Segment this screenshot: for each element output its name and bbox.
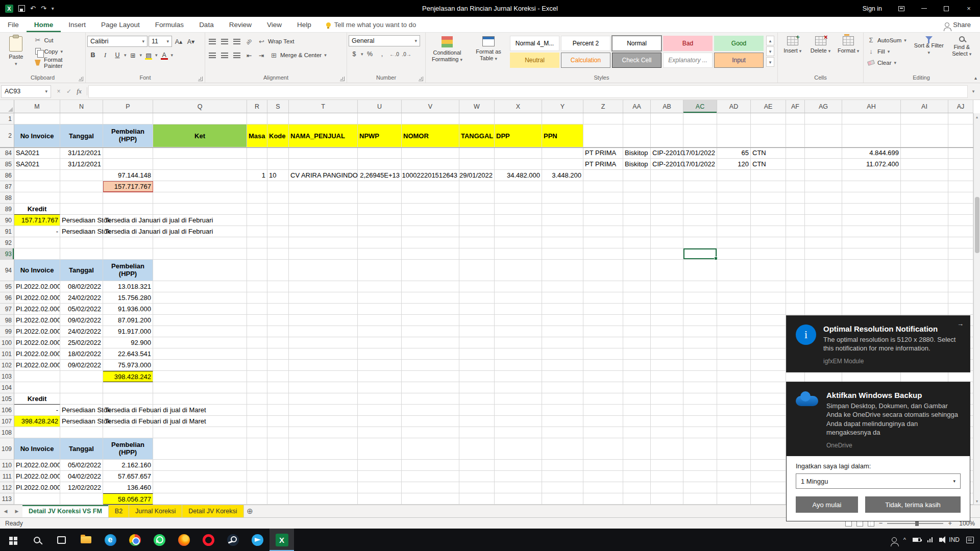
sign-in-button[interactable]: Sign in bbox=[854, 5, 890, 12]
taskbar-opera-button[interactable] bbox=[196, 529, 220, 551]
cell-V98[interactable] bbox=[402, 315, 459, 326]
cell-R111[interactable] bbox=[247, 471, 267, 482]
cell-Z86[interactable] bbox=[583, 170, 623, 181]
cell-Y104[interactable] bbox=[542, 382, 583, 393]
cell-N109[interactable]: Tanggal bbox=[60, 438, 103, 460]
cell-AH90[interactable] bbox=[842, 215, 901, 226]
cell-AA100[interactable] bbox=[623, 337, 651, 348]
cell-V113[interactable] bbox=[402, 493, 459, 505]
cell-T99[interactable] bbox=[289, 326, 358, 337]
ribbon-tab-view[interactable]: View bbox=[259, 17, 289, 32]
cell-AC91[interactable] bbox=[683, 226, 717, 237]
people-icon[interactable] bbox=[892, 537, 897, 542]
cell-AD98[interactable] bbox=[717, 315, 751, 326]
cell-AF97[interactable] bbox=[786, 304, 805, 315]
font-family-combo[interactable]: Calibri▾ bbox=[87, 36, 148, 47]
cell-AA90[interactable] bbox=[623, 215, 651, 226]
cell-M86[interactable] bbox=[14, 170, 60, 181]
cell-N102[interactable]: 09/02/2022 bbox=[60, 360, 103, 371]
cell-AI96[interactable] bbox=[901, 292, 948, 304]
cell-T105[interactable] bbox=[289, 393, 358, 405]
cell-AJ90[interactable] bbox=[948, 215, 973, 226]
cell-M107[interactable]: 398.428.242 bbox=[14, 416, 60, 427]
cell-W106[interactable] bbox=[459, 405, 495, 416]
cell-AI2[interactable] bbox=[901, 124, 948, 147]
cell-AG92[interactable] bbox=[805, 237, 842, 248]
cell-AB98[interactable] bbox=[651, 315, 683, 326]
cell-X98[interactable] bbox=[495, 315, 542, 326]
cell-S96[interactable] bbox=[267, 292, 289, 304]
cell-Z107[interactable] bbox=[583, 416, 623, 427]
cell-T87[interactable] bbox=[289, 181, 358, 192]
column-header-AJ[interactable]: AJ bbox=[948, 100, 973, 113]
cell-AB85[interactable]: CIP-22010 bbox=[651, 159, 683, 170]
row-header-87[interactable]: 87 bbox=[0, 181, 14, 192]
cell-T106[interactable] bbox=[289, 405, 358, 416]
cell-V108[interactable] bbox=[402, 427, 459, 438]
show-hidden-icons-chevron[interactable]: ^ bbox=[903, 537, 906, 543]
cell-P86[interactable]: 97.144.148 bbox=[103, 170, 153, 181]
cell-X102[interactable] bbox=[495, 360, 542, 371]
cell-AC96[interactable] bbox=[683, 292, 717, 304]
select-all-button[interactable] bbox=[0, 100, 14, 113]
number-format-combo[interactable]: General▾ bbox=[349, 35, 420, 46]
column-header-Z[interactable]: Z bbox=[583, 100, 623, 113]
cell-W104[interactable] bbox=[459, 382, 495, 393]
ribbon-tab-home[interactable]: Home bbox=[27, 17, 61, 32]
action-center-icon[interactable] bbox=[966, 537, 974, 543]
cell-Z99[interactable] bbox=[583, 326, 623, 337]
cell-U84[interactable] bbox=[358, 147, 402, 159]
cell-AE102[interactable] bbox=[751, 360, 786, 371]
taskbar-steam-button[interactable] bbox=[220, 529, 245, 551]
cell-AA109[interactable] bbox=[623, 438, 651, 460]
cell-AD90[interactable] bbox=[717, 215, 751, 226]
enter-button[interactable]: ✓ bbox=[64, 88, 74, 95]
cell-P102[interactable]: 75.973.000 bbox=[103, 360, 153, 371]
number-dialog-launcher[interactable] bbox=[419, 77, 423, 81]
row-header-95[interactable]: 95 bbox=[0, 281, 14, 292]
taskbar-task-view-button[interactable] bbox=[49, 529, 74, 551]
cell-AD101[interactable] bbox=[717, 348, 751, 360]
notification-onedrive-backup[interactable]: Aktifkan Windows Backup Simpan Desktop, … bbox=[786, 382, 970, 521]
cell-AB87[interactable] bbox=[651, 181, 683, 192]
cell-X2[interactable]: DPP bbox=[495, 124, 542, 147]
formula-input[interactable] bbox=[88, 85, 968, 98]
cell-AB96[interactable] bbox=[651, 292, 683, 304]
cell-AG90[interactable] bbox=[805, 215, 842, 226]
cell-AC100[interactable] bbox=[683, 337, 717, 348]
cell-M1[interactable] bbox=[14, 113, 60, 124]
cell-R93[interactable] bbox=[247, 248, 267, 260]
cell-P1[interactable] bbox=[103, 113, 153, 124]
cell-R2[interactable]: Masa bbox=[247, 124, 267, 147]
cancel-button[interactable]: × bbox=[54, 88, 63, 95]
cell-S91[interactable] bbox=[267, 226, 289, 237]
cell-AE101[interactable] bbox=[751, 348, 786, 360]
cell-AJ94[interactable] bbox=[948, 260, 973, 281]
cell-AD109[interactable] bbox=[717, 438, 751, 460]
cell-AA97[interactable] bbox=[623, 304, 651, 315]
cell-T107[interactable] bbox=[289, 416, 358, 427]
cell-AA96[interactable] bbox=[623, 292, 651, 304]
cell-M93[interactable] bbox=[14, 248, 60, 260]
cell-style-input[interactable]: Input bbox=[714, 53, 764, 68]
cell-Y84[interactable] bbox=[542, 147, 583, 159]
cell-T91[interactable] bbox=[289, 226, 358, 237]
name-box[interactable]: AC93▾ bbox=[1, 85, 51, 98]
cell-Y96[interactable] bbox=[542, 292, 583, 304]
gallery-down-arrow[interactable]: ▾ bbox=[766, 46, 774, 56]
row-header-98[interactable]: 98 bbox=[0, 315, 14, 326]
cell-T104[interactable] bbox=[289, 382, 358, 393]
cell-AB111[interactable] bbox=[651, 471, 683, 482]
column-header-W[interactable]: W bbox=[459, 100, 495, 113]
cell-AC93[interactable] bbox=[683, 248, 717, 260]
cell-Q108[interactable] bbox=[153, 427, 247, 438]
cell-AE100[interactable] bbox=[751, 337, 786, 348]
cell-N1[interactable] bbox=[60, 113, 103, 124]
cell-M113[interactable] bbox=[14, 493, 60, 505]
cell-S100[interactable] bbox=[267, 337, 289, 348]
undo-icon[interactable]: ↶ bbox=[30, 5, 36, 12]
cell-Q111[interactable] bbox=[153, 471, 247, 482]
cell-Z97[interactable] bbox=[583, 304, 623, 315]
cell-AJ97[interactable] bbox=[948, 304, 973, 315]
cell-AJ93[interactable] bbox=[948, 248, 973, 260]
